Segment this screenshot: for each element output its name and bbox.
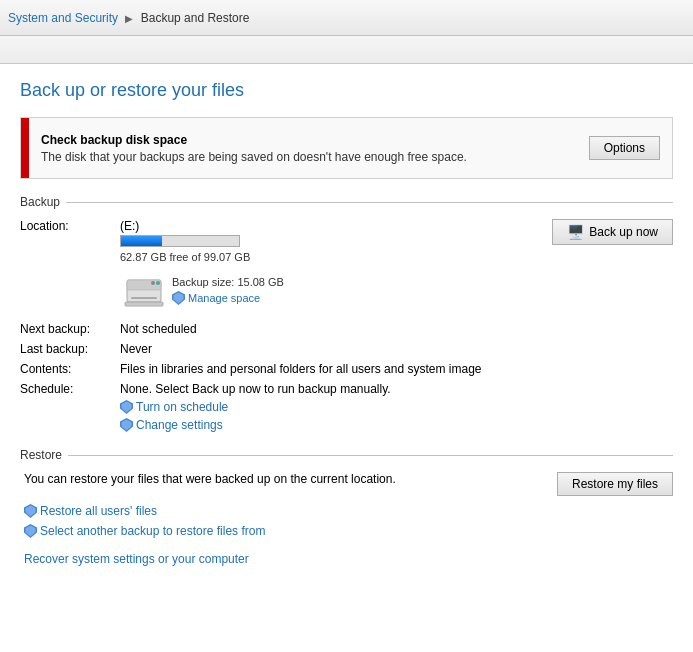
schedule-value: None. Select Back up now to run backup m… xyxy=(120,382,673,396)
drive-svg xyxy=(123,272,165,308)
restore-top-row: You can restore your files that were bac… xyxy=(24,472,673,496)
backup-size-text: Backup size: 15.08 GB xyxy=(172,276,284,288)
manage-space-icon xyxy=(172,291,185,305)
info-rows: Next backup: Not scheduled Last backup: … xyxy=(20,322,673,432)
main-content: Back up or restore your files Check back… xyxy=(0,64,693,652)
manage-space-label: Manage space xyxy=(188,292,260,304)
backup-now-button[interactable]: 🖥️ Back up now xyxy=(552,219,673,245)
backup-drive-row: Backup size: 15.08 GB Manage space xyxy=(120,270,673,310)
last-backup-label: Last backup: xyxy=(20,342,120,356)
change-settings-link[interactable]: Change settings xyxy=(136,418,223,432)
warning-box: Check backup disk space The disk that yo… xyxy=(20,117,673,179)
select-another-backup-icon xyxy=(24,524,37,538)
restore-my-files-area: Restore my files xyxy=(541,472,673,496)
backup-now-label: Back up now xyxy=(589,225,658,239)
warning-button-area: Options xyxy=(577,126,672,170)
svg-rect-2 xyxy=(131,297,157,299)
change-settings-row: Change settings xyxy=(120,418,673,432)
backup-size-value: 15.08 GB xyxy=(237,276,283,288)
location-details: (E:) 62.87 GB free of 99.07 GB xyxy=(120,219,250,266)
title-bar: System and Security ▶ Backup and Restore xyxy=(0,0,693,36)
next-backup-label: Next backup: xyxy=(20,322,120,336)
restore-section-label: Restore xyxy=(20,448,62,462)
progress-bar-container xyxy=(120,235,240,247)
restore-all-users-link[interactable]: Restore all users' files xyxy=(40,504,157,518)
backup-section-header: Backup xyxy=(20,195,673,209)
backup-size-row: Backup size: 15.08 GB Manage space xyxy=(168,276,284,305)
svg-rect-1 xyxy=(127,280,161,290)
backup-size-label: Backup size: xyxy=(172,276,234,288)
svg-point-4 xyxy=(156,281,160,285)
warning-content: Check backup disk space The disk that yo… xyxy=(29,123,577,174)
select-another-backup-link[interactable]: Select another backup to restore files f… xyxy=(40,524,265,538)
backup-now-area: 🖥️ Back up now xyxy=(532,219,673,245)
breadcrumb-current: Backup and Restore xyxy=(141,11,250,25)
warning-text: The disk that your backups are being sav… xyxy=(41,150,565,164)
recover-system-link[interactable]: Recover system settings or your computer xyxy=(24,552,249,566)
backup-section-label: Backup xyxy=(20,195,60,209)
backup-section-line xyxy=(66,202,673,203)
restore-description: You can restore your files that were bac… xyxy=(24,472,396,486)
breadcrumb-system-security[interactable]: System and Security xyxy=(8,11,118,25)
breadcrumb-separator: ▶ xyxy=(125,13,133,24)
change-settings-icon xyxy=(120,418,133,432)
restore-section: Restore You can restore your files that … xyxy=(20,448,673,566)
next-backup-value: Not scheduled xyxy=(120,322,673,336)
turn-on-schedule-link[interactable]: Turn on schedule xyxy=(136,400,228,414)
turn-on-schedule-icon xyxy=(120,400,133,414)
progress-bar-fill xyxy=(121,236,162,246)
svg-point-3 xyxy=(151,281,155,285)
warning-title: Check backup disk space xyxy=(41,133,565,147)
warning-stripe xyxy=(21,118,29,178)
restore-all-users-row: Restore all users' files xyxy=(24,504,673,518)
restore-section-header: Restore xyxy=(20,448,673,462)
last-backup-value: Never xyxy=(120,342,673,356)
location-value-area: (E:) 62.87 GB free of 99.07 GB 🖥️ Back u… xyxy=(120,219,673,310)
location-row: Location: (E:) 62.87 GB free of 99.07 GB… xyxy=(20,219,673,310)
restore-body: You can restore your files that were bac… xyxy=(20,472,673,566)
restore-all-users-icon xyxy=(24,504,37,518)
svg-rect-5 xyxy=(125,302,163,306)
options-button[interactable]: Options xyxy=(589,136,660,160)
turn-on-schedule-row: Turn on schedule xyxy=(120,400,673,414)
backup-now-icon: 🖥️ xyxy=(567,224,584,240)
schedule-row: Schedule: None. Select Back up now to ru… xyxy=(20,382,673,432)
location-drive-letter: (E:) xyxy=(120,219,250,233)
schedule-area: None. Select Back up now to run backup m… xyxy=(120,382,673,432)
last-backup-row: Last backup: Never xyxy=(20,342,673,356)
contents-row: Contents: Files in libraries and persona… xyxy=(20,362,673,376)
page-title: Back up or restore your files xyxy=(20,80,673,101)
breadcrumb: System and Security ▶ Backup and Restore xyxy=(8,11,249,25)
toolbar xyxy=(0,36,693,64)
select-another-backup-row: Select another backup to restore files f… xyxy=(24,524,673,538)
schedule-label: Schedule: xyxy=(20,382,120,396)
backup-section: Backup Location: (E:) 62.87 GB free of 9… xyxy=(20,195,673,432)
contents-value: Files in libraries and personal folders … xyxy=(120,362,673,376)
free-space-text: 62.87 GB free of 99.07 GB xyxy=(120,251,250,263)
recover-link-row: Recover system settings or your computer xyxy=(24,548,673,566)
next-backup-row: Next backup: Not scheduled xyxy=(20,322,673,336)
drive-icon xyxy=(120,270,168,310)
contents-label: Contents: xyxy=(20,362,120,376)
restore-my-files-button[interactable]: Restore my files xyxy=(557,472,673,496)
manage-space-link[interactable]: Manage space xyxy=(172,291,284,305)
location-label: Location: xyxy=(20,219,120,233)
restore-section-line xyxy=(68,455,673,456)
